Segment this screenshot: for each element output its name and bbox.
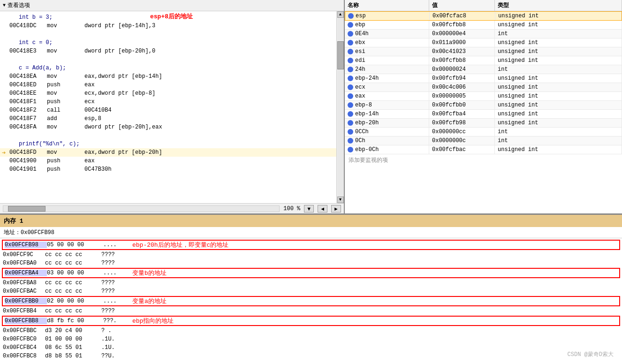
mnemonic: mov xyxy=(47,23,84,29)
watch-name: ebp-24h xyxy=(345,74,429,83)
disasm-scrollbar[interactable]: ▲ ▼ xyxy=(336,11,344,203)
mem-bytes: 05 00 00 00 xyxy=(47,242,103,248)
watch-row[interactable]: ebp-14h 0x00fcfba4 unsigned int xyxy=(345,110,622,119)
memory-row: 0x00FCFBC8 d8 b8 55 01 ??U. xyxy=(0,352,622,360)
memory-title: 内存 1 xyxy=(0,215,622,227)
scroll-thumb[interactable] xyxy=(337,41,344,69)
disasm-line: 00C418ED push eax xyxy=(0,81,336,89)
addr: 00C418EE xyxy=(9,90,47,97)
watch-icon xyxy=(348,31,353,37)
watch-header: 名称 值 类型 xyxy=(345,0,622,11)
mnemonic: add xyxy=(47,115,84,122)
watch-name: ecx xyxy=(345,83,429,91)
memory-row: 0x00FCFBA8 cc cc cc cc ???? xyxy=(0,279,622,287)
scroll-down-btn[interactable]: ▼ xyxy=(337,197,344,203)
watch-name: edi xyxy=(345,56,429,65)
mem-addr: 0x00FCFBB8 xyxy=(5,318,47,324)
memory-content: 0x00FCFB98 05 00 00 00 .... ebp-20h后的地址，… xyxy=(0,238,622,364)
mem-ascii: ??U. xyxy=(101,353,125,359)
operands: esp,8 xyxy=(84,115,101,122)
mem-addr: 0x00FCFBB4 xyxy=(3,308,45,314)
mem-bytes: d8 b8 55 01 xyxy=(45,353,101,359)
disassembly-panel: ▼ 查看选项 esp+8后的地址 int b = 3; 00C418DC xyxy=(0,0,345,213)
mem-bytes: 03 00 00 00 xyxy=(47,270,103,276)
watch-value: 0x00fcfbb0 xyxy=(429,101,495,109)
disasm-line: int b = 3; xyxy=(0,13,336,22)
watch-col-name: 名称 xyxy=(345,0,429,11)
watch-row[interactable]: 0CCh 0x000000cc int xyxy=(345,128,622,136)
mem-addr: 0x00FCFBA8 xyxy=(3,280,45,286)
disasm-line: 00C41900 push eax xyxy=(0,157,336,165)
disasm-hscrollbar[interactable] xyxy=(3,205,280,212)
disasm-line-blank xyxy=(0,30,336,38)
watch-type: unsigned int xyxy=(495,47,622,56)
dropdown-arrow: ▼ xyxy=(3,3,6,8)
addr: 00C418F2 xyxy=(9,107,47,114)
watch-icon xyxy=(348,93,353,99)
scroll-up-btn[interactable]: ▲ xyxy=(337,11,344,18)
watch-name: ebp-0Ch xyxy=(345,145,429,154)
watch-icon xyxy=(348,138,353,144)
watch-row[interactable]: edi 0x00fcfbb8 unsigned int xyxy=(345,56,622,65)
watch-icon xyxy=(348,22,353,28)
watch-row[interactable]: ebp-24h 0x00fcfb94 unsigned int xyxy=(345,74,622,83)
addr: 00C418EA xyxy=(9,73,47,80)
watch-type: unsigned int xyxy=(495,56,622,65)
disasm-line: 00C418F2 call 00C410B4 xyxy=(0,106,336,114)
watch-name: ebp xyxy=(345,21,429,29)
watch-value: 0x011a9000 xyxy=(429,38,495,47)
mem-annotation: 变量a的地址 xyxy=(132,297,167,305)
scroll-right-btn[interactable]: ► xyxy=(331,205,341,212)
mem-bytes: cc cc cc cc xyxy=(45,308,101,314)
addr: 00C41900 xyxy=(9,158,47,164)
disasm-line: 00C418DC mov dword ptr [ebp-14h],3 xyxy=(0,22,336,30)
watch-type: int xyxy=(495,128,622,136)
operands: ecx,dword ptr [ebp-8] xyxy=(84,90,155,97)
watch-col-value: 值 xyxy=(429,0,495,11)
watch-add-row[interactable]: 添加要监视的项 xyxy=(345,154,622,166)
zoom-dropdown-btn[interactable]: ▼ xyxy=(304,205,314,212)
view-options-label[interactable]: 查看选项 xyxy=(8,1,30,9)
hscroll-thumb[interactable] xyxy=(8,206,46,212)
mnemonic: push xyxy=(47,82,84,88)
mem-bytes: cc cc cc cc xyxy=(45,280,101,286)
mem-addr: 0x00FCF9C xyxy=(3,251,45,258)
watch-row[interactable]: ebp 0x00fcfbb8 unsigned int xyxy=(345,21,622,30)
scroll-left-btn[interactable]: ◄ xyxy=(318,205,327,212)
watch-row[interactable]: esi 0x00c41023 unsigned int xyxy=(345,47,622,56)
watch-value: 0x000000e4 xyxy=(429,30,495,38)
disasm-line-blank xyxy=(0,55,336,64)
watch-row[interactable]: ebp-0Ch 0x00fcfbac unsigned int xyxy=(345,145,622,154)
operands: 00C410B4 xyxy=(84,107,112,114)
watch-row[interactable]: ecx 0x00c4c006 unsigned int xyxy=(345,83,622,92)
watch-name: ebx xyxy=(345,38,429,47)
watch-type: unsigned int xyxy=(495,21,622,29)
operands: dword ptr [ebp-14h],3 xyxy=(84,23,155,29)
watch-row[interactable]: 0Ch 0x0000000c int xyxy=(345,136,622,145)
mem-addr: 0x00FCFBC8 xyxy=(3,353,45,359)
memory-row: 0x00FCFBC0 01 00 00 00 .1U. xyxy=(0,335,622,343)
mnemonic: mov xyxy=(47,90,84,97)
watch-name: 0CCh xyxy=(345,128,429,136)
watch-type: unsigned int xyxy=(495,38,622,47)
disasm-line-current: ➔ 00C418FD mov eax,dword ptr [ebp-20h] xyxy=(0,148,336,157)
disasm-line: 00C418E3 mov dword ptr [ebp-20h],0 xyxy=(0,47,336,55)
mnemonic: call xyxy=(47,107,84,114)
watch-row[interactable]: 24h 0x00000024 int xyxy=(345,65,622,74)
mnemonic: mov xyxy=(47,124,84,130)
watch-row-ebp20h[interactable]: ebp-20h 0x00fcfb98 unsigned int xyxy=(345,119,622,128)
mem-ascii: ???? xyxy=(101,280,125,286)
watch-row[interactable]: ebp-8 0x00fcfbb0 unsigned int xyxy=(345,101,622,110)
disasm-line-blank xyxy=(0,131,336,140)
watch-row[interactable]: 0E4h 0x000000e4 int xyxy=(345,30,622,38)
watch-row[interactable]: eax 0x00000005 unsigned int xyxy=(345,92,622,101)
watch-icon xyxy=(348,67,353,72)
watch-row[interactable]: ebx 0x011a9000 unsigned int xyxy=(345,38,622,47)
watch-name: 24h xyxy=(345,65,429,74)
watch-row-esp[interactable]: esp 0x00fcfac8 unsigned int xyxy=(345,11,622,21)
watch-name: ebp-20h xyxy=(345,119,429,127)
mem-annotation: 变量b的地址 xyxy=(132,269,167,277)
watch-type: unsigned int xyxy=(495,110,622,118)
watch-value: 0x00000024 xyxy=(429,65,495,74)
operands: eax xyxy=(84,82,95,88)
